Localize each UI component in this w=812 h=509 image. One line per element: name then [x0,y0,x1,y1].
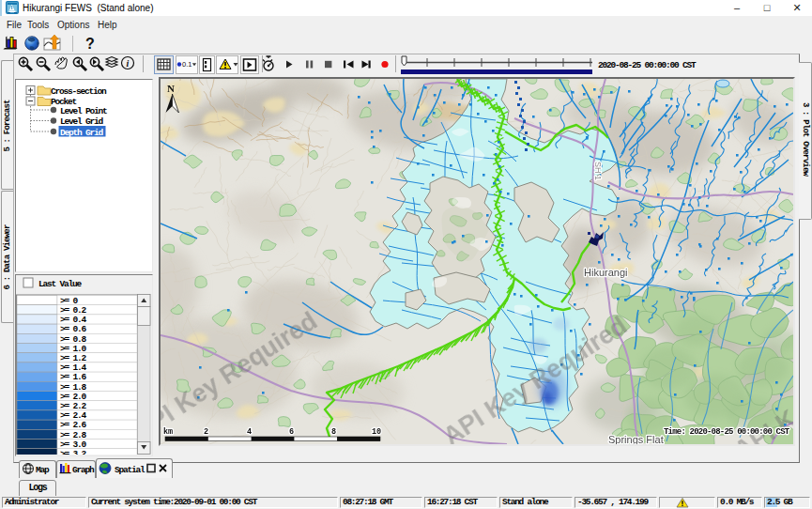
svg-text:Spatial: Spatial [115,465,146,475]
svg-text:Springs Flat: Springs Flat [608,434,664,444]
svg-text:Hikurangi: Hikurangi [584,267,627,278]
svg-text:Level Point: Level Point [60,106,107,116]
svg-text:Time: 2020-08-25 00:00:00 CST: Time: 2020-08-25 00:00:00 CST [664,427,790,437]
svg-text:6: 6 [289,427,294,437]
svg-text:km: km [163,427,173,437]
svg-text:N: N [167,83,175,94]
svg-text:?: ? [85,36,95,52]
svg-text:4: 4 [247,427,252,437]
svg-text:10: 10 [372,427,381,437]
svg-text:Depth Grid: Depth Grid [60,128,104,138]
svg-text:>= 3.2: >= 3.2 [60,449,87,455]
svg-text:Level Grid: Level Grid [60,116,104,127]
svg-text:Last Value: Last Value [38,279,83,289]
svg-text:Cross-section: Cross-section [51,86,107,97]
svg-text:2: 2 [204,427,208,437]
svg-text:i: i [127,58,130,69]
svg-text:SH 1: SH 1 [593,162,603,180]
svg-text:0.1: 0.1 [182,60,192,69]
svg-text:8: 8 [331,427,336,437]
svg-text:Graph: Graph [72,465,95,475]
svg-text:Map: Map [36,465,50,475]
